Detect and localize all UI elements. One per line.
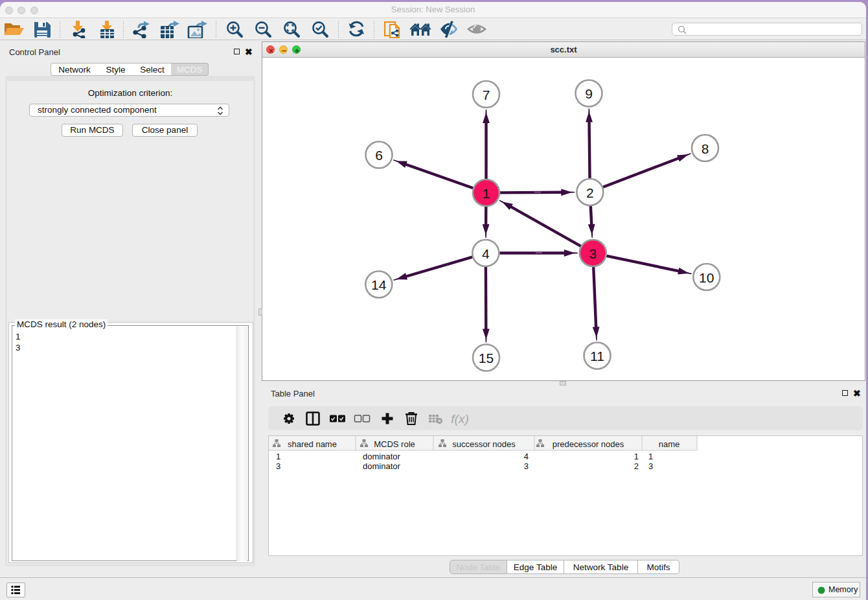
svg-text:14: 14 xyxy=(371,277,387,292)
svg-text:2: 2 xyxy=(586,185,594,200)
svg-text:10: 10 xyxy=(699,270,714,285)
svg-text:4: 4 xyxy=(524,452,529,461)
svg-text:9: 9 xyxy=(585,86,593,101)
svg-text:successor nodes: successor nodes xyxy=(452,439,516,449)
svg-text:shared name: shared name xyxy=(288,439,337,449)
svg-text:7: 7 xyxy=(483,87,490,102)
svg-text:1: 1 xyxy=(634,452,639,461)
svg-text:15: 15 xyxy=(479,351,494,365)
svg-text:11: 11 xyxy=(590,349,604,363)
svg-text:3: 3 xyxy=(589,246,597,261)
svg-text:3: 3 xyxy=(276,461,280,471)
svg-text:dominator: dominator xyxy=(363,452,400,461)
svg-text:predecessor nodes: predecessor nodes xyxy=(553,439,624,449)
svg-text:name: name xyxy=(659,439,680,449)
svg-text:dominator: dominator xyxy=(363,461,400,471)
svg-text:4: 4 xyxy=(482,246,490,261)
svg-text:3: 3 xyxy=(524,461,529,471)
svg-text:3: 3 xyxy=(648,461,653,471)
svg-text:2: 2 xyxy=(634,461,639,471)
svg-text:1: 1 xyxy=(648,452,653,461)
svg-text:f(x): f(x) xyxy=(451,412,468,426)
svg-text:8: 8 xyxy=(702,141,709,156)
svg-text:6: 6 xyxy=(375,148,383,163)
svg-text:MCDS role: MCDS role xyxy=(374,439,415,449)
svg-text:1: 1 xyxy=(276,452,280,461)
svg-text:1: 1 xyxy=(483,186,490,201)
